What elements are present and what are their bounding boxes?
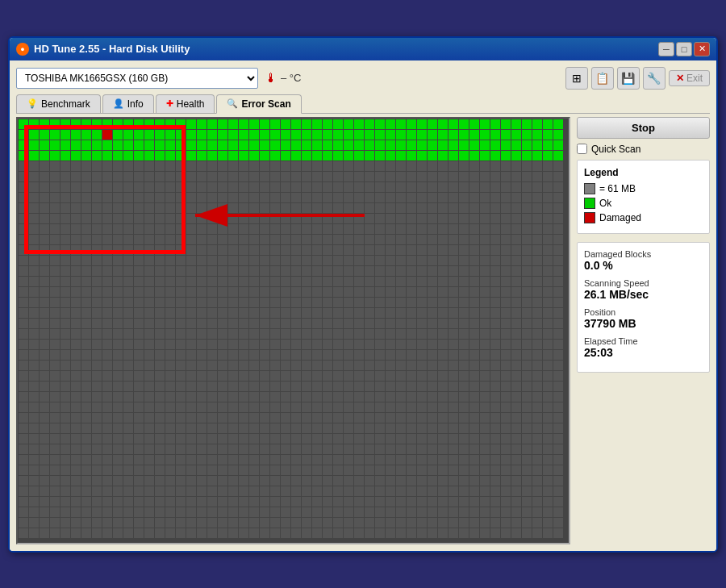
stat-elapsed-time: Elapsed Time 25:03 [584, 336, 703, 359]
legend-item-ok: Ok [584, 198, 703, 209]
position-label: Position [584, 307, 703, 317]
main-window: ● HD Tune 2.55 - Hard Disk Utility ─ □ ✕… [8, 36, 718, 553]
tab-benchmark[interactable]: 💡 Benchmark [16, 94, 101, 113]
temperature-display: 🌡 – °C [265, 71, 301, 85]
benchmark-label: Benchmark [41, 98, 90, 110]
legend-gray-swatch [584, 183, 595, 194]
stop-button[interactable]: Stop [577, 117, 710, 139]
legend-gray-label: = 61 MB [599, 183, 636, 194]
legend-item-damaged: Damaged [584, 212, 703, 223]
window-controls: ─ □ ✕ [658, 42, 710, 56]
app-icon: ● [16, 43, 29, 56]
tab-error-scan[interactable]: 🔍 Error Scan [216, 94, 301, 114]
damaged-blocks-value: 0.0 % [584, 259, 703, 272]
health-icon: ✚ [166, 98, 173, 109]
quick-scan-label: Quick Scan [591, 144, 640, 155]
temperature-value: – °C [281, 72, 301, 84]
error-scan-label: Error Scan [241, 98, 290, 110]
restore-button[interactable]: □ [676, 42, 692, 56]
exit-x-icon: ✕ [676, 73, 684, 84]
health-label: Health [177, 98, 205, 110]
copy-icon-btn[interactable]: ⊞ [565, 67, 588, 90]
damaged-blocks-label: Damaged Blocks [584, 249, 703, 259]
legend-damaged-label: Damaged [599, 212, 641, 223]
minimize-button[interactable]: ─ [658, 42, 674, 56]
stat-scanning-speed: Scanning Speed 26.1 MB/sec [584, 278, 703, 301]
window-title: HD Tune 2.55 - Hard Disk Utility [34, 43, 190, 55]
scanning-speed-label: Scanning Speed [584, 278, 703, 288]
toolbar: TOSHIBA MK1665GSX (160 GB) 🌡 – °C ⊞ 📋 💾 … [16, 67, 710, 90]
exit-button[interactable]: ✕ Exit [669, 70, 710, 86]
legend-title: Legend [584, 167, 703, 178]
content-area: Stop Quick Scan Legend = 61 MB Ok [16, 117, 710, 544]
toolbar-icons: ⊞ 📋 💾 🔧 ✕ Exit [565, 67, 710, 90]
chart-icon-btn[interactable]: 📋 [591, 67, 614, 90]
stat-position: Position 37790 MB [584, 307, 703, 330]
scan-grid-container [16, 117, 570, 544]
legend-ok-label: Ok [599, 198, 611, 209]
side-panel: Stop Quick Scan Legend = 61 MB Ok [577, 117, 710, 544]
thermometer-icon: 🌡 [265, 71, 277, 85]
wrench-icon-btn[interactable]: 🔧 [643, 67, 666, 90]
error-scan-icon: 🔍 [227, 98, 238, 109]
stat-damaged-blocks: Damaged Blocks 0.0 % [584, 249, 703, 272]
save-icon-btn[interactable]: 💾 [617, 67, 640, 90]
stats-box: Damaged Blocks 0.0 % Scanning Speed 26.1… [577, 242, 710, 373]
info-label: Info [127, 98, 144, 110]
legend-red-swatch [584, 212, 595, 223]
position-value: 37790 MB [584, 317, 703, 330]
exit-label: Exit [686, 73, 703, 84]
legend-box: Legend = 61 MB Ok Damaged [577, 160, 710, 234]
window-body: TOSHIBA MK1665GSX (160 GB) 🌡 – °C ⊞ 📋 💾 … [10, 60, 716, 551]
tab-info[interactable]: 👤 Info [102, 94, 154, 113]
legend-item-gray: = 61 MB [584, 183, 703, 194]
elapsed-time-label: Elapsed Time [584, 336, 703, 346]
disk-select[interactable]: TOSHIBA MK1665GSX (160 GB) [16, 68, 258, 89]
elapsed-time-value: 25:03 [584, 346, 703, 359]
scanning-speed-value: 26.1 MB/sec [584, 288, 703, 301]
info-icon: 👤 [113, 98, 124, 109]
scan-grid-canvas [18, 119, 569, 543]
close-button[interactable]: ✕ [694, 42, 710, 56]
tab-health[interactable]: ✚ Health [156, 94, 215, 113]
legend-green-swatch [584, 198, 595, 209]
title-bar: ● HD Tune 2.55 - Hard Disk Utility ─ □ ✕ [10, 38, 716, 60]
tab-bar: 💡 Benchmark 👤 Info ✚ Health 🔍 Error Scan [16, 94, 710, 114]
benchmark-icon: 💡 [27, 98, 38, 109]
quick-scan-row: Quick Scan [577, 144, 710, 155]
quick-scan-checkbox[interactable] [577, 144, 587, 154]
